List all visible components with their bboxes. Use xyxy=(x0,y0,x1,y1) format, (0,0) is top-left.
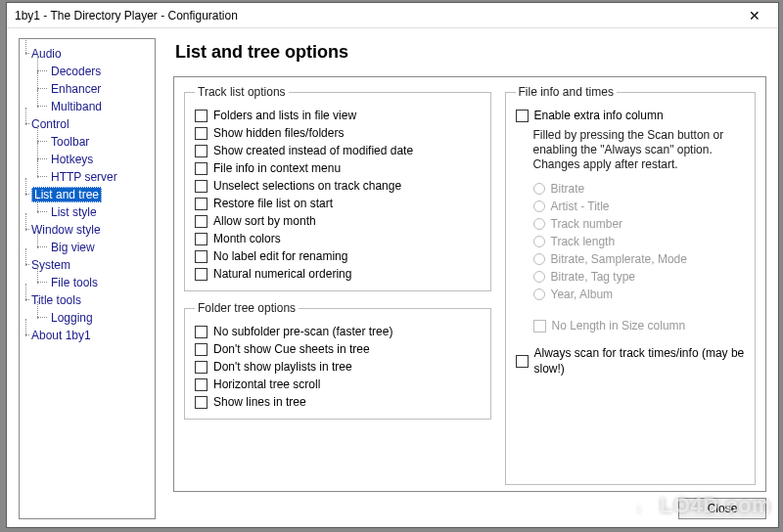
chk-show-lines[interactable]: Show lines in tree xyxy=(195,393,481,411)
radio-artist-title: Artist - Title xyxy=(516,198,746,215)
chk-unselect-on-change[interactable]: Unselect selections on track change xyxy=(195,177,481,195)
tree-item-hotkeys[interactable]: Hotkeys xyxy=(25,151,153,168)
main-area: List and tree options Track list options… xyxy=(173,38,766,519)
chk-horiz-scroll[interactable]: Horizontal tree scroll xyxy=(195,376,481,393)
footer: Close xyxy=(173,492,766,519)
tree-item-about[interactable]: About 1by1 xyxy=(25,327,153,344)
track-list-group: Track list options Folders and lists in … xyxy=(184,85,491,291)
radio-year-album: Year, Album xyxy=(516,286,746,303)
file-info-hint: Filled by pressing the Scan button or en… xyxy=(516,124,746,180)
titlebar: 1by1 - The Directory Player - Configurat… xyxy=(7,3,778,28)
tree-item-decoders[interactable]: Decoders xyxy=(25,63,153,80)
chk-enable-extra-info[interactable]: Enable extra info column xyxy=(516,107,746,124)
radio-bitrate-sr-mode: Bitrate, Samplerate, Mode xyxy=(516,250,746,268)
chk-no-length-size: No Length in Size column xyxy=(516,317,746,334)
tree-item-list-style[interactable]: List style xyxy=(25,203,153,221)
content-area: Audio Decoders Enhancer Multiband Contro… xyxy=(7,28,778,527)
chk-no-prescan[interactable]: No subfolder pre-scan (faster tree) xyxy=(195,323,481,340)
tree-item-toolbar[interactable]: Toolbar xyxy=(25,133,153,151)
chk-show-hidden[interactable]: Show hidden files/folders xyxy=(195,124,481,142)
chk-natural-ordering[interactable]: Natural numerical ordering xyxy=(195,265,481,283)
tree-item-window-style[interactable]: Window style xyxy=(25,221,153,239)
tree-item-enhancer[interactable]: Enhancer xyxy=(25,80,153,98)
tree-item-system[interactable]: System xyxy=(25,256,153,274)
folder-tree-legend: Folder tree options xyxy=(195,301,299,315)
chk-file-info-context[interactable]: File info in context menu xyxy=(195,159,481,177)
chk-month-colors[interactable]: Month colors xyxy=(195,230,481,247)
tree-item-audio[interactable]: Audio xyxy=(25,45,153,63)
chk-folders-lists[interactable]: Folders and lists in file view xyxy=(195,107,481,124)
page-title: List and tree options xyxy=(175,42,766,63)
file-info-group: File info and times Enable extra info co… xyxy=(505,85,757,485)
chk-always-scan[interactable]: Always scan for track times/info (may be… xyxy=(516,344,746,377)
file-info-legend: File info and times xyxy=(516,85,617,99)
tree-item-big-view[interactable]: Big view xyxy=(25,239,153,256)
tree-item-http-server[interactable]: HTTP server xyxy=(25,168,153,186)
tree-item-control[interactable]: Control xyxy=(25,115,153,133)
tree-item-file-tools[interactable]: File tools xyxy=(25,274,153,291)
tree-item-list-and-tree[interactable]: List and tree xyxy=(25,186,153,203)
radio-track-length: Track length xyxy=(516,233,746,250)
radio-track-number: Track number xyxy=(516,215,746,233)
radio-bitrate-tag: Bitrate, Tag type xyxy=(516,268,746,286)
chk-no-label-edit[interactable]: No label edit for renaming xyxy=(195,247,481,265)
tree-item-multiband[interactable]: Multiband xyxy=(25,98,153,115)
chk-created-date[interactable]: Show created instead of modified date xyxy=(195,142,481,159)
close-icon[interactable]: ✕ xyxy=(735,4,774,27)
track-list-legend: Track list options xyxy=(195,85,289,99)
chk-no-cue[interactable]: Don't show Cue sheets in tree xyxy=(195,340,481,358)
folder-tree-group: Folder tree options No subfolder pre-sca… xyxy=(184,301,491,420)
chk-no-playlists[interactable]: Don't show playlists in tree xyxy=(195,358,481,376)
config-window: 1by1 - The Directory Player - Configurat… xyxy=(6,2,779,528)
chk-sort-by-month[interactable]: Allow sort by month xyxy=(195,212,481,230)
tree-item-logging[interactable]: Logging xyxy=(25,309,153,327)
nav-tree: Audio Decoders Enhancer Multiband Contro… xyxy=(19,38,156,519)
chk-restore-on-start[interactable]: Restore file list on start xyxy=(195,195,481,212)
options-panel: Track list options Folders and lists in … xyxy=(173,76,766,492)
radio-bitrate: Bitrate xyxy=(516,180,746,198)
close-button[interactable]: Close xyxy=(678,498,766,519)
tree-item-title-tools[interactable]: Title tools xyxy=(25,291,153,309)
window-title: 1by1 - The Directory Player - Configurat… xyxy=(15,9,735,22)
